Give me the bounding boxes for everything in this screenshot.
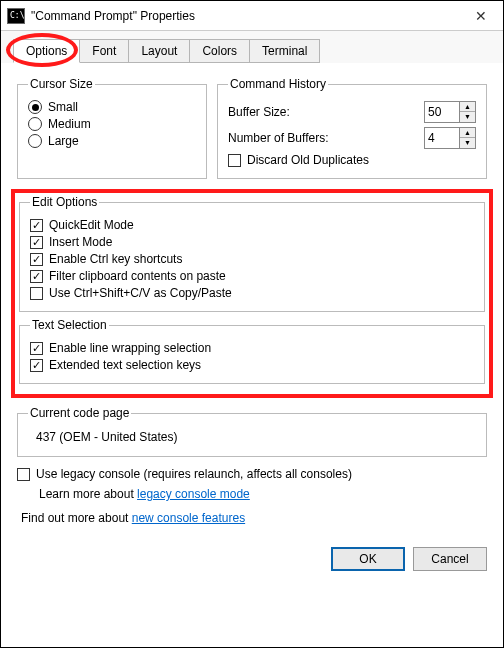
spinner-up-icon[interactable]: ▲ [460,102,475,112]
legacy-console-label: Use legacy console (requires relaunch, a… [36,467,352,481]
learn-more-text: Learn more about [39,487,137,501]
dialog-footer: OK Cancel [1,537,503,585]
checkbox-icon: ✓ [30,270,43,283]
cmd-icon: C:\ [7,8,25,24]
window-title: "Command Prompt" Properties [31,9,459,23]
radio-icon [28,100,42,114]
spinner-down-icon[interactable]: ▼ [460,112,475,122]
codepage-legend: Current code page [28,406,131,420]
tab-terminal[interactable]: Terminal [249,39,320,63]
ctrl-shift-cv-label: Use Ctrl+Shift+C/V as Copy/Paste [49,286,232,300]
tab-layout[interactable]: Layout [128,39,190,63]
extended-keys-checkbox[interactable]: ✓ Extended text selection keys [30,358,474,372]
checkbox-icon [17,468,30,481]
buffer-size-input[interactable] [425,103,459,121]
tab-colors[interactable]: Colors [189,39,250,63]
radio-small[interactable]: Small [28,100,196,114]
insert-mode-checkbox[interactable]: ✓ Insert Mode [30,235,474,249]
checkbox-icon: ✓ [30,342,43,355]
new-console-features-link[interactable]: new console features [132,511,245,525]
checkbox-icon: ✓ [30,219,43,232]
quickedit-label: QuickEdit Mode [49,218,134,232]
checkbox-icon [228,154,241,167]
insert-mode-label: Insert Mode [49,235,112,249]
discard-duplicates-label: Discard Old Duplicates [247,153,369,167]
num-buffers-input[interactable] [425,129,459,147]
cancel-button[interactable]: Cancel [413,547,487,571]
line-wrapping-label: Enable line wrapping selection [49,341,211,355]
quickedit-checkbox[interactable]: ✓ QuickEdit Mode [30,218,474,232]
legacy-console-checkbox[interactable]: Use legacy console (requires relaunch, a… [17,467,487,481]
buffer-size-label: Buffer Size: [228,105,290,119]
command-history-legend: Command History [228,77,328,91]
extended-keys-label: Extended text selection keys [49,358,201,372]
codepage-value: 437 (OEM - United States) [28,426,476,448]
edit-options-group: Edit Options ✓ QuickEdit Mode ✓ Insert M… [19,195,485,312]
filter-clipboard-checkbox[interactable]: ✓ Filter clipboard contents on paste [30,269,474,283]
radio-medium[interactable]: Medium [28,117,196,131]
checkbox-icon: ✓ [30,359,43,372]
ctrl-shortcuts-checkbox[interactable]: ✓ Enable Ctrl key shortcuts [30,252,474,266]
tab-options[interactable]: Options [13,39,80,63]
cursor-size-legend: Cursor Size [28,77,95,91]
text-selection-group: Text Selection ✓ Enable line wrapping se… [19,318,485,384]
filter-clipboard-label: Filter clipboard contents on paste [49,269,226,283]
tab-bar: Options Font Layout Colors Terminal [1,31,503,63]
spinner-down-icon[interactable]: ▼ [460,138,475,148]
cursor-size-group: Cursor Size Small Medium Large [17,77,207,179]
num-buffers-label: Number of Buffers: [228,131,329,145]
ok-button[interactable]: OK [331,547,405,571]
text-selection-legend: Text Selection [30,318,109,332]
radio-large-label: Large [48,134,79,148]
tab-font[interactable]: Font [79,39,129,63]
codepage-group: Current code page 437 (OEM - United Stat… [17,406,487,457]
close-button[interactable]: ✕ [459,1,503,31]
legacy-learn-more: Learn more about legacy console mode [39,487,487,501]
radio-medium-label: Medium [48,117,91,131]
buffer-size-stepper[interactable]: ▲▼ [424,101,476,123]
ctrl-shortcuts-label: Enable Ctrl key shortcuts [49,252,182,266]
radio-icon [28,134,42,148]
ctrl-shift-cv-checkbox[interactable]: Use Ctrl+Shift+C/V as Copy/Paste [30,286,474,300]
find-out-more: Find out more about new console features [21,511,487,525]
radio-icon [28,117,42,131]
discard-duplicates-checkbox[interactable]: Discard Old Duplicates [228,153,476,167]
find-out-text: Find out more about [21,511,132,525]
command-history-group: Command History Buffer Size: ▲▼ Number o… [217,77,487,179]
tab-panel-options: Cursor Size Small Medium Large Command H… [1,63,503,537]
checkbox-icon: ✓ [30,236,43,249]
checkbox-icon: ✓ [30,253,43,266]
edit-options-legend: Edit Options [30,195,99,209]
titlebar: C:\ "Command Prompt" Properties ✕ [1,1,503,31]
radio-large[interactable]: Large [28,134,196,148]
legacy-console-link[interactable]: legacy console mode [137,487,250,501]
annotation-highlight-box: Edit Options ✓ QuickEdit Mode ✓ Insert M… [11,189,493,398]
checkbox-icon [30,287,43,300]
spinner-up-icon[interactable]: ▲ [460,128,475,138]
radio-small-label: Small [48,100,78,114]
num-buffers-stepper[interactable]: ▲▼ [424,127,476,149]
line-wrapping-checkbox[interactable]: ✓ Enable line wrapping selection [30,341,474,355]
